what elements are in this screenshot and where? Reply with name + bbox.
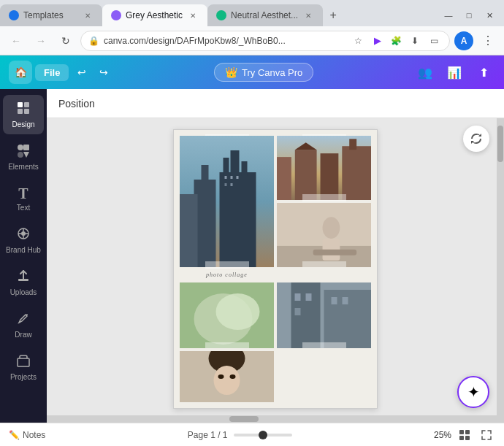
svg-rect-31 [295, 150, 317, 200]
address-bar[interactable]: 🔒 canva.com/design/DAFrMpoKbw8/_WhBoB0..… [80, 31, 450, 51]
collage-label: photo collage [180, 272, 274, 278]
toolbar-center: 👑 Try Canva Pro [120, 63, 408, 82]
photo-cell-6 [180, 351, 274, 402]
tab-title-templates: Templates [23, 10, 77, 20]
svg-marker-6 [23, 152, 29, 158]
tab-templates[interactable]: Templates ✕ [0, 4, 102, 26]
magic-icon: ✦ [467, 383, 480, 401]
design-canvas[interactable]: photo collage [173, 129, 378, 409]
tab-close-templates[interactable]: ✕ [82, 9, 93, 21]
tab-neutral[interactable]: Neutral Aesthet... ✕ [207, 4, 323, 26]
vertical-scrollbar[interactable] [497, 118, 504, 415]
svg-rect-5 [23, 145, 29, 150]
svg-rect-14 [18, 279, 28, 281]
svg-rect-30 [277, 157, 291, 200]
sidebar-item-design[interactable]: Design [3, 95, 44, 134]
brand-hub-icon [16, 226, 31, 245]
new-tab-button[interactable]: + [323, 5, 343, 26]
text-icon: T [18, 185, 28, 202]
svg-rect-32 [321, 153, 339, 200]
horizontal-scrollbar[interactable] [47, 415, 504, 423]
svg-rect-34 [349, 139, 356, 150]
main-layout: Design Elements T Text [0, 89, 504, 423]
sidebar: Design Elements T Text [0, 89, 47, 423]
bookmark-icon[interactable]: ☆ [350, 33, 366, 49]
svg-rect-26 [237, 176, 239, 179]
tape-bottom-5 [302, 342, 346, 348]
try-canva-pro-button[interactable]: 👑 Try Canva Pro [214, 63, 313, 82]
zoom-controls: 25% [434, 426, 495, 444]
undo-redo-controls: ↩ ↪ [72, 62, 114, 82]
tab-grey-aesthetic[interactable]: Grey Aesthetic ✕ [102, 4, 207, 26]
download-icon[interactable]: ⬇ [407, 33, 423, 49]
sidebar-item-projects[interactable]: Projects [3, 347, 44, 387]
tab-favicon-neutral [216, 10, 226, 20]
position-bar: Position [47, 89, 504, 118]
sidebar-item-uploads[interactable]: Uploads [3, 263, 44, 302]
elements-icon [16, 143, 31, 161]
svg-rect-22 [242, 161, 248, 176]
undo-button[interactable]: ↩ [72, 62, 92, 82]
svg-rect-23 [180, 194, 198, 267]
share-people-button[interactable]: 👥 [413, 61, 437, 84]
photo-cell-3 [277, 203, 371, 267]
notes-button[interactable]: ✏️ Notes [9, 430, 45, 440]
vertical-scroll-thumb[interactable] [497, 126, 503, 162]
cast-icon[interactable]: ▭ [426, 33, 442, 49]
tape-bottom-2 [302, 194, 346, 201]
sidebar-item-elements[interactable]: Elements [3, 137, 44, 177]
home-button[interactable]: 🏠 [9, 61, 32, 84]
redo-button[interactable]: ↪ [93, 62, 114, 82]
photo-cell-1 [180, 136, 274, 267]
svg-point-37 [323, 217, 340, 239]
tab-close-neutral[interactable]: ✕ [302, 9, 314, 21]
tape-bottom-3 [302, 261, 346, 267]
svg-rect-48 [295, 293, 301, 301]
menu-button[interactable]: ⋮ [478, 31, 498, 51]
tape-bottom-1 [205, 261, 249, 269]
file-button[interactable]: File [35, 64, 69, 81]
photo-cell-4 [180, 282, 274, 348]
projects-icon [16, 353, 31, 372]
photo-cell-5 [277, 282, 371, 348]
zoom-level[interactable]: 25% [434, 430, 451, 440]
svg-point-56 [218, 374, 224, 379]
maximize-button[interactable]: □ [463, 9, 475, 21]
svg-rect-59 [465, 430, 470, 434]
svg-rect-60 [459, 436, 464, 440]
page-slider[interactable] [234, 434, 292, 437]
svg-rect-61 [465, 436, 470, 440]
svg-rect-28 [231, 183, 233, 186]
forward-button[interactable]: → [31, 31, 51, 51]
svg-rect-25 [231, 176, 233, 179]
refresh-canvas-button[interactable] [463, 126, 489, 152]
canva-icon[interactable]: ▶ [369, 33, 385, 49]
tab-close-grey[interactable]: ✕ [187, 9, 199, 21]
design-icon [16, 101, 31, 119]
close-button[interactable]: ✕ [484, 9, 495, 21]
horizontal-scroll-thumb[interactable] [229, 416, 259, 422]
extensions-icon[interactable]: 🧩 [388, 33, 404, 49]
svg-rect-19 [220, 172, 256, 267]
analytics-button[interactable]: 📊 [443, 61, 466, 84]
address-bar-row: ← → ↻ 🔒 canva.com/design/DAFrMpoKbw8/_Wh… [0, 26, 504, 55]
back-button[interactable]: ← [6, 31, 26, 51]
tab-favicon-templates [9, 10, 19, 20]
sidebar-label-brand-hub: Brand Hub [6, 246, 41, 254]
sidebar-item-text[interactable]: T Text [3, 180, 44, 218]
refresh-button[interactable]: ↻ [56, 31, 76, 51]
page-info: Page 1 / 1 [51, 430, 428, 440]
share-button[interactable]: ⬆ [472, 61, 495, 84]
canvas-content[interactable]: photo collage [47, 118, 504, 415]
profile-button[interactable]: A [454, 31, 473, 50]
position-label: Position [58, 98, 95, 109]
grid-view-button[interactable] [456, 426, 473, 444]
tab-title-grey: Grey Aesthetic [126, 10, 183, 20]
svg-point-55 [214, 366, 240, 395]
magic-button[interactable]: ✦ [457, 376, 489, 408]
fullscreen-button[interactable] [478, 426, 495, 444]
sidebar-item-brand-hub[interactable]: Brand Hub [3, 220, 44, 260]
svg-point-9 [21, 231, 26, 236]
minimize-button[interactable]: — [443, 9, 454, 21]
sidebar-item-draw[interactable]: Draw [3, 305, 44, 345]
